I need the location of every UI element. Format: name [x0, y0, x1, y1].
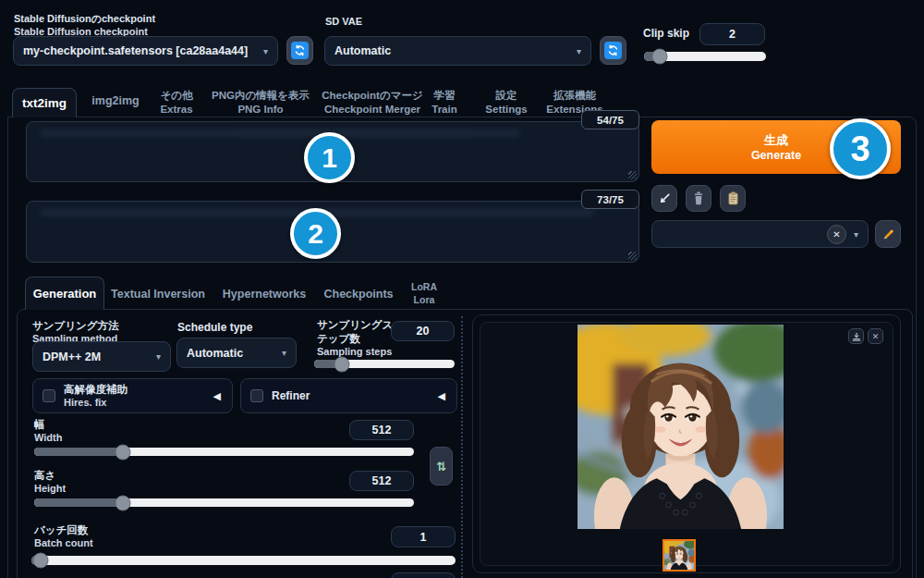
tab-label-ja: PNG内の情報を表示: [212, 89, 310, 103]
refiner-section[interactable]: Refiner ◀: [240, 378, 457, 413]
prompt-token-counter: 54/75: [581, 110, 639, 129]
tab-png-info[interactable]: PNG内の情報を表示 PNG Info: [212, 89, 310, 117]
tab-label-en: PNG Info: [212, 103, 310, 117]
tab-label: Generation: [33, 287, 97, 301]
checkpoint-dropdown[interactable]: my-checkpoint.safetensors [ca28aa4a44] ▾: [13, 36, 278, 66]
label-en: Batch count: [34, 537, 93, 550]
sampling-steps-label: サンプリングステップ数 Sampling steps: [317, 318, 395, 359]
label-ja: サンプリング方法: [32, 319, 119, 333]
tab-checkpoints[interactable]: Checkpoints: [323, 288, 393, 301]
slider-handle[interactable]: [116, 444, 131, 460]
label-ja: 高さ: [34, 469, 66, 483]
close-icon: ✕: [872, 332, 880, 341]
tab-settings[interactable]: 設定 Settings: [485, 89, 527, 117]
tab-generation[interactable]: Generation: [25, 277, 104, 310]
refresh-icon: [291, 42, 309, 59]
hires-fix-section[interactable]: 高解像度補助 Hires. fix ◀: [32, 378, 233, 413]
clipboard-icon: [727, 191, 739, 205]
styles-dropdown[interactable]: ✕ ▾: [651, 220, 869, 248]
height-value[interactable]: 512: [349, 471, 414, 491]
generated-image[interactable]: [578, 325, 784, 529]
refiner-checkbox[interactable]: [250, 389, 263, 402]
tab-hypernetworks[interactable]: Hypernetworks: [223, 288, 306, 301]
schedule-type-label: Schedule type: [177, 321, 252, 334]
dropdown-value: DPM++ 2M: [43, 350, 101, 363]
refiner-label: Refiner: [272, 389, 310, 402]
refresh-icon: [604, 42, 622, 59]
collapse-arrow-icon[interactable]: ◀: [213, 390, 221, 402]
tab-label-ja: 拡張機能: [546, 89, 602, 103]
batch-size-value[interactable]: [391, 572, 456, 578]
sampling-steps-slider[interactable]: [314, 360, 455, 368]
label-en: Sampling steps: [317, 346, 395, 359]
clip-skip-value[interactable]: 2: [699, 23, 765, 45]
tab-img2img[interactable]: img2img: [91, 94, 139, 107]
width-value[interactable]: 512: [349, 420, 414, 440]
swap-dimensions-button[interactable]: ⇅: [430, 447, 453, 486]
tab-label: LoRA: [411, 281, 437, 294]
generate-label-ja: 生成: [764, 132, 788, 149]
vae-dropdown[interactable]: Automatic ▾: [324, 36, 591, 66]
tab-textual-inversion[interactable]: Textual Inversion: [111, 288, 205, 301]
tab-label: txt2img: [22, 96, 67, 110]
chevron-down-icon: ▾: [577, 46, 581, 56]
download-icon: [852, 332, 861, 341]
slider-handle[interactable]: [652, 49, 668, 65]
tab-label: img2img: [91, 94, 139, 107]
annotation-number: 3: [850, 129, 869, 169]
download-image-button[interactable]: [848, 328, 864, 344]
clip-skip-slider[interactable]: [644, 52, 766, 61]
tab-txt2img[interactable]: txt2img: [12, 88, 77, 117]
slider-handle[interactable]: [33, 553, 49, 569]
tab-label-ja: 設定: [485, 89, 527, 103]
annotation-badge-2: 2: [290, 208, 341, 259]
width-slider[interactable]: [34, 448, 414, 456]
edit-styles-button[interactable]: [875, 220, 901, 248]
checkpoint-refresh-button[interactable]: [286, 36, 313, 65]
tab-label: Checkpoints: [323, 288, 393, 301]
tab-lora[interactable]: LoRA Lora: [411, 281, 437, 306]
tab-checkpoint-merger[interactable]: Checkpointのマージ Checkpoint Merger: [322, 89, 422, 117]
close-preview-button[interactable]: ✕: [868, 328, 883, 344]
tab-label-en: Settings: [485, 103, 527, 117]
clip-skip-label: Clip skip: [643, 27, 689, 40]
schedule-type-dropdown[interactable]: Automatic ▾: [176, 338, 297, 368]
label-ja: サンプリングステップ数: [317, 318, 395, 346]
tab-label: Hypernetworks: [223, 288, 306, 301]
tab-label: Textual Inversion: [111, 288, 205, 301]
swap-icon: ⇅: [436, 460, 446, 473]
gallery-thumbnail[interactable]: [663, 539, 696, 572]
generate-label-en: Generate: [751, 149, 801, 162]
height-slider[interactable]: [34, 498, 414, 507]
tab-extras[interactable]: その他 Extras: [160, 89, 192, 117]
label-en: Width: [34, 432, 62, 445]
clear-prompt-button[interactable]: [686, 185, 711, 212]
batch-count-slider[interactable]: [31, 556, 456, 565]
trash-icon: [692, 191, 705, 205]
label-ja: バッチ回数: [34, 523, 93, 537]
chevron-down-icon: ▾: [156, 351, 161, 362]
dropdown-value: Automatic: [187, 347, 243, 360]
hires-fix-checkbox[interactable]: [43, 389, 55, 402]
tab-label-en: Extras: [160, 103, 192, 117]
annotation-badge-3: 3: [830, 118, 891, 179]
apply-styles-button[interactable]: [720, 185, 746, 212]
sampling-steps-value[interactable]: 20: [391, 321, 455, 341]
tab-train[interactable]: 学習 Train: [432, 89, 456, 117]
slider-handle[interactable]: [116, 495, 131, 510]
portrait-thumbnail: [664, 541, 694, 570]
paste-generation-params-button[interactable]: [651, 185, 677, 212]
batch-count-label: バッチ回数 Batch count: [34, 523, 93, 550]
sampling-method-dropdown[interactable]: DPM++ 2M ▾: [32, 341, 171, 372]
collapse-arrow-icon[interactable]: ◀: [438, 390, 445, 402]
tab-label: Lora: [411, 294, 437, 307]
tab-label-en: Train: [432, 103, 456, 117]
clear-styles-icon[interactable]: ✕: [827, 225, 846, 244]
tab-label-ja: Checkpointのマージ: [322, 89, 422, 103]
slider-handle[interactable]: [334, 356, 350, 372]
vae-refresh-button[interactable]: [600, 36, 626, 65]
negative-prompt-token-counter: 73/75: [581, 190, 639, 209]
column-divider: [461, 316, 463, 578]
batch-count-value[interactable]: 1: [391, 526, 456, 547]
checkpoint-label-ja: Stable Diffusionのcheckpoint: [14, 13, 155, 26]
